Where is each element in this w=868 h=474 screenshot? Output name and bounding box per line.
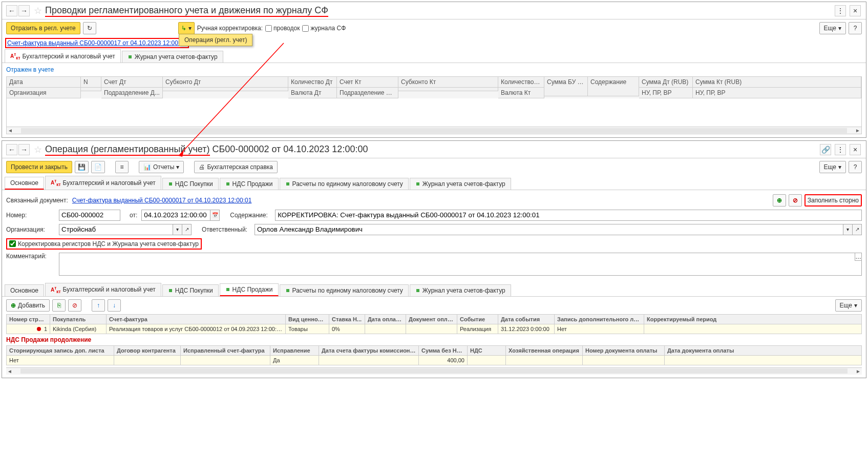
resp-open[interactable]: ↗ [853,224,862,235]
manual-label: Ручная корректировка: [197,25,263,32]
page-title: Проводки регламентированного учета и дви… [45,5,328,16]
reflect-button[interactable]: Отразить в регл. учете [6,22,80,34]
sales-grid[interactable]: Номер строкиПокупательСчет-фактураВид це… [6,314,862,334]
org-label: Организация: [6,226,55,233]
link-icon[interactable]: 🔗 [820,144,831,155]
expand-icon[interactable]: … [855,253,862,261]
copy-button[interactable]: ⎘ [52,299,66,312]
down-button[interactable]: ↓ [108,299,121,312]
fill-storno-button[interactable]: Заполнить сторно [805,194,862,207]
tab2-vat-purchase[interactable]: НДС Покупки [162,284,219,296]
content-input[interactable] [275,210,862,221]
tab-main[interactable]: Основное [5,177,44,190]
tab-accounting-2[interactable]: АтктБухгалтерский и налоговый учет [45,176,161,189]
operation-popup[interactable]: Операция (регл. учет) [179,34,252,46]
calendar-icon[interactable]: 📅 [210,210,220,221]
post-close-button[interactable]: Провести и закрыть [6,161,72,173]
comment-input[interactable] [59,253,862,276]
star-icon-2[interactable]: ☆ [34,144,42,155]
more-button-2[interactable]: Еще ▾ [819,161,846,173]
tab2-journal[interactable]: Журнал учета счетов-фактур [410,284,511,296]
tab-tax[interactable]: Расчеты по единому налоговому счету [280,178,409,190]
resp-input[interactable] [255,224,843,235]
more-button-3[interactable]: Еще ▾ [835,299,862,312]
section-title: НДС Продажи продолжение [2,334,866,345]
tab2-vat-sale[interactable]: НДС Продажи [220,283,279,296]
add-button[interactable]: ⊕ Добавить [6,299,50,312]
menu-button-2[interactable]: ⋮ [835,144,846,155]
close-button-2[interactable]: × [850,144,861,155]
help-button-2[interactable]: ? [849,161,862,173]
delete-icon[interactable]: ⊘ [789,194,802,207]
reports-button[interactable]: 📊 Отчеты ▾ [139,161,184,173]
reference-button[interactable]: 🖨 Бухгалтерская справка [194,161,278,173]
help-button[interactable]: ? [849,22,862,34]
tab2-tax[interactable]: Расчеты по единому налоговому счету [280,284,409,296]
num-label: Номер: [6,212,55,219]
close-button[interactable]: × [850,5,861,16]
num-input[interactable] [59,210,120,221]
resp-dropdown[interactable]: ▾ [843,224,853,235]
comment-label: Комментарий: [6,253,55,260]
date-input[interactable] [141,210,210,221]
org-input[interactable] [59,224,173,235]
org-open[interactable]: ↗ [182,224,192,235]
tab-journal-2[interactable]: Журнал учета счетов-фактур [410,178,511,190]
tab2-main[interactable]: Основное [5,284,44,296]
back-button-2[interactable]: ← [6,144,17,155]
grid-row-2[interactable]: НетДа400,00 [7,355,862,365]
add-icon[interactable]: ⊕ [773,194,786,207]
remove-button[interactable]: ⊘ [68,299,81,312]
tab-vat-sale[interactable]: НДС Продажи [220,178,279,190]
list-button[interactable]: ≡ [115,161,129,173]
sales-grid-2[interactable]: Сторнирующая запись доп. листаДоговор ко… [6,345,862,365]
status-link[interactable]: Отражен в учете [6,66,54,73]
grid-row[interactable]: 1Kikinda (Сербия)Реализация товаров и ус… [7,324,862,334]
menu-button[interactable]: ⋮ [835,5,846,16]
correction-box: Корректировка регистров НДС и Журнала уч… [6,238,202,250]
back-button[interactable]: ← [6,5,17,16]
tab-journal[interactable]: Журнал учета счетов-фактур [122,51,223,63]
tab2-accounting[interactable]: АтктБухгалтерский и налоговый учет [45,283,161,296]
star-icon[interactable]: ☆ [34,5,42,16]
refresh-button[interactable]: ↻ [83,22,96,34]
linked-label: Связанный документ: [6,197,68,204]
dropdown-button[interactable]: ↳ ▾ [178,22,195,34]
date-label: от: [130,212,137,219]
page-title-2: Операция (регламентированный учет) СБ00-… [45,144,368,155]
more-button[interactable]: Еще ▾ [819,22,846,34]
tab-accounting[interactable]: АтктБухгалтерский и налоговый учет [5,49,121,63]
entries-checkbox[interactable] [265,25,272,32]
invoice-link[interactable]: Счет-фактура выданный СБ00-0000017 от 04… [5,38,189,48]
save-button[interactable]: 💾 [75,161,89,173]
post-button[interactable]: 📄 [91,161,105,173]
journal-checkbox[interactable] [302,25,309,32]
forward-button[interactable]: → [18,5,30,16]
linked-doc-link[interactable]: Счет-фактура выданный СБ00-0000017 от 04… [72,197,252,204]
resp-label: Ответственный: [202,226,250,233]
entries-grid[interactable] [7,98,861,127]
up-button[interactable]: ↑ [92,299,105,312]
correction-checkbox[interactable] [9,240,16,247]
org-dropdown[interactable]: ▾ [173,224,182,235]
content-label: Содержание: [230,212,271,219]
tab-vat-purchase[interactable]: НДС Покупки [162,178,219,190]
forward-button-2[interactable]: → [18,144,30,155]
